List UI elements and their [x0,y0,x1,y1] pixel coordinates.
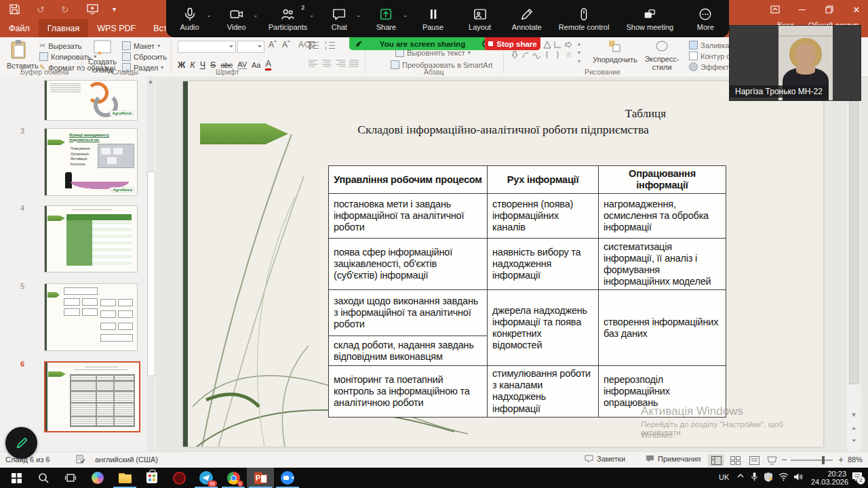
show-meeting-button[interactable]: Show meeting [627,7,674,31]
audio-button[interactable]: Audio⌄ [175,7,205,31]
tray-security-shield-icon[interactable] [764,472,773,483]
tray-wifi-icon[interactable] [778,472,789,483]
minimize-button[interactable] [791,2,814,17]
numbering-icon[interactable]: 12 [325,41,336,53]
layout-button[interactable]: Layout [465,7,495,31]
align-center-icon[interactable] [322,60,332,68]
svg-text:1: 1 [325,41,327,45]
slide-canvas[interactable]: Таблиця Складові інформаційно-аналітично… [183,81,823,447]
more-button[interactable]: More [690,7,720,31]
shapes-scrollbar[interactable]: ▴▾▾ [575,40,583,66]
participants-button[interactable]: 2 Participants⌄ [269,7,307,31]
shrink-font-button[interactable]: Аˇ [282,40,290,49]
save-icon[interactable] [9,4,20,17]
change-case-button[interactable]: Aa [252,61,260,69]
microsoft-store-icon[interactable] [138,468,165,488]
font-color-button[interactable]: А [265,59,271,70]
tray-mic-icon[interactable] [750,472,759,483]
tray-expand-chevron[interactable] [736,472,745,481]
search-button[interactable] [30,468,57,488]
next-slide-button[interactable]: ⏷ [848,437,859,445]
scroll-up-arrow[interactable]: ▲ [146,78,155,85]
close-button[interactable]: ✕ [845,2,868,17]
previous-slide-button[interactable]: ⏶ [848,425,859,432]
ribbon-options-icon[interactable] [764,2,787,17]
tab-file[interactable]: Файл [0,19,39,37]
zoom-percentage[interactable]: 88% [848,455,863,464]
zoom-slider-track[interactable] [791,460,833,461]
tray-volume-icon[interactable] [793,472,804,483]
redo-icon[interactable]: ↻ [61,0,69,19]
font-name-combobox[interactable] [178,41,236,53]
font-group-label: Шрифт [216,68,239,76]
annotate-button[interactable]: Annotate [512,7,542,31]
participant-name-label: Наргіза Тронько МН-22 [730,85,828,98]
restore-button[interactable] [818,2,841,17]
comments-button[interactable]: Примечания [646,455,701,463]
arrange-button[interactable]: Упорядочить [591,39,639,64]
reset-slide-button[interactable]: Сбросить [122,52,167,61]
notes-button[interactable]: Заметки [585,455,625,463]
slide-layout-button[interactable]: Макет▾ [122,41,160,50]
pause-button[interactable]: Pause [418,7,448,31]
reading-view-button[interactable] [746,454,762,466]
keyboard-language[interactable]: UK [719,473,729,481]
annotation-pen-floating-button[interactable] [5,427,37,459]
file-explorer-icon[interactable] [111,468,138,488]
participant-video-tile[interactable]: Наргіза Тронько МН-22 [729,25,861,101]
paste-button[interactable]: Вставить [7,40,30,70]
chrome-icon[interactable]: S [220,468,247,488]
align-right-icon[interactable] [336,60,345,68]
thumbnail-slide-4[interactable] [44,205,138,272]
remote-control-button[interactable]: Remote control [559,7,610,31]
video-button[interactable]: Video⌄ [222,7,252,31]
slide-table[interactable]: Управління робочим процесом Рух інформац… [328,165,726,418]
thumbnail-slide-3[interactable]: Функції менеджменту поділяються на: План… [44,128,138,196]
tray-clock[interactable]: 20:23 24.03.2026 [811,470,846,486]
slide-sorter-view-button[interactable] [727,454,743,466]
thumbnail-slide-2[interactable]: AgroNova [44,80,138,121]
main-scrollbar[interactable]: ▲ ▼ ⏶ ⏷ [846,77,861,451]
start-slideshow-icon[interactable] [87,4,98,17]
thumbnail-slide-6-selected[interactable] [44,361,140,432]
powerpoint-taskbar-icon[interactable]: P [247,468,274,488]
undo-icon[interactable]: ↺ [37,0,45,19]
copilot-icon[interactable] [84,468,111,488]
start-button[interactable] [3,468,30,488]
share-screen-icon [378,7,393,22]
zoom-in-button[interactable]: + [838,454,844,465]
cut-button[interactable]: ✂Вырезать [39,41,81,50]
main-scrollbar-thumb[interactable] [849,92,859,384]
font-size-combobox[interactable] [237,41,264,53]
tab-wps-pdf[interactable]: WPS PDF [88,19,144,37]
red-app-icon[interactable] [165,468,193,488]
share-button[interactable]: Share⌄ [371,7,401,31]
bullets-icon[interactable] [309,41,319,53]
zoom-out-button[interactable]: − [781,454,787,465]
grow-font-button[interactable]: Аˆ [269,40,277,49]
table-cell: постановка мети і завдань інформаційної … [329,194,488,239]
normal-view-button[interactable] [708,454,724,466]
zoom-app-icon[interactable] [274,468,301,488]
scrollbar-thumb[interactable] [147,171,155,376]
bold-button[interactable]: Ж [178,60,185,70]
notification-center-icon[interactable]: 2 [852,472,863,483]
quick-styles-button[interactable]: Экспресс-стили [640,39,684,71]
language-indicator[interactable]: английский (США) [95,455,158,464]
align-left-icon[interactable] [309,60,318,68]
stop-share-button[interactable]: Stop share [485,37,540,50]
scroll-down-button[interactable]: ▼ [848,411,859,418]
zoom-slider-thumb[interactable] [822,456,825,464]
justify-icon[interactable] [349,60,359,68]
telegram-icon[interactable]: 58 [193,468,220,488]
underline-button[interactable]: Ч [200,60,205,70]
slideshow-view-button[interactable] [764,454,780,466]
italic-button[interactable]: К [190,60,195,70]
spellcheck-icon[interactable] [76,455,85,466]
task-view-button[interactable] [57,468,84,488]
chat-button[interactable]: Chat⌄ [324,7,354,31]
thumbnail-scrollbar[interactable]: ▲ [146,77,155,451]
thumbnail-slide-5[interactable] [44,283,138,351]
tab-home[interactable]: Главная [39,19,89,37]
quick-access-more-icon[interactable]: ▾ [113,0,116,19]
